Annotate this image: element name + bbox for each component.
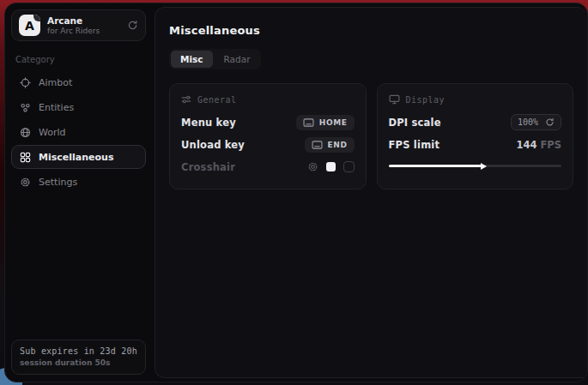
fps-number: 144 [516, 139, 536, 151]
main-content: Miscellaneous Misc Radar General Menu ke… [155, 7, 587, 378]
fps-unit: FPS [540, 139, 561, 151]
grid-icon [20, 152, 31, 163]
app-name: Arcane [47, 15, 100, 26]
menu-keybind-value: HOME [319, 118, 348, 127]
unload-key-row: Unload key END [181, 135, 355, 154]
menu-key-label: Menu key [181, 117, 236, 129]
tab-misc[interactable]: Misc [171, 51, 213, 68]
sidebar-item-label: Settings [39, 177, 77, 188]
unload-keybind-value: END [328, 141, 348, 149]
dpi-scale-row: DPI scale 100% [389, 112, 562, 132]
sidebar: A Arcane for Arc Riders Category Aim [5, 3, 151, 382]
crosshair-color-swatch[interactable] [326, 162, 336, 171]
session-duration-text: session duration 50s [20, 358, 137, 367]
fps-limit-row: FPS limit 144 FPS [389, 135, 562, 154]
crosshair-label: Crosshair [181, 161, 235, 173]
fps-limit-value: 144 FPS [516, 139, 561, 151]
fps-limit-slider[interactable] [389, 165, 562, 167]
crosshair-row: Crosshair [181, 157, 355, 177]
app-logo: A [19, 15, 40, 36]
subscription-card: Sub expires in 23d 20h session duration … [11, 340, 146, 375]
sidebar-item-aimbot[interactable]: Aimbot [11, 70, 146, 94]
fps-limit-label: FPS limit [389, 139, 440, 151]
logo-letter: A [25, 19, 34, 33]
sidebar-item-world[interactable]: World [11, 120, 146, 144]
logo-notch [33, 15, 40, 21]
sidebar-item-label: Aimbot [39, 77, 72, 88]
fps-slider-fill [389, 165, 484, 167]
unload-key-label: Unload key [181, 139, 245, 151]
menu-key-row: Menu key HOME [181, 112, 355, 132]
brand-text: Arcane for Arc Riders [47, 15, 100, 35]
gear-icon [20, 177, 31, 188]
tab-radar[interactable]: Radar [215, 51, 260, 68]
sidebar-item-label: Entities [39, 102, 74, 113]
fps-slider-thumb[interactable] [481, 163, 487, 170]
dpi-scale-badge[interactable]: 100% [511, 114, 561, 130]
brand-card: A Arcane for Arc Riders [11, 9, 146, 41]
general-panel: General Menu key HOME Unload key [169, 83, 367, 189]
crosshair-checkbox[interactable] [343, 161, 355, 172]
globe-icon [20, 127, 31, 138]
dpi-scale-value: 100% [518, 117, 538, 127]
sub-expiry-text: Sub expires in 23d 20h [20, 346, 137, 356]
page-title: Miscellaneous [169, 24, 573, 37]
crosshair-settings-gear-icon[interactable] [307, 161, 318, 172]
cheat-window: A Arcane for Arc Riders Category Aim [4, 3, 588, 382]
display-panel-header: Display [389, 94, 562, 105]
dpi-scale-label: DPI scale [389, 117, 441, 129]
app-subtitle: for Arc Riders [47, 27, 100, 35]
general-panel-header: General [181, 94, 355, 105]
tab-bar: Misc Radar [169, 49, 261, 69]
monitor-icon [389, 94, 400, 105]
crosshair-controls [307, 161, 355, 172]
unload-keybind-button[interactable]: END [305, 137, 355, 153]
general-panel-title: General [197, 95, 237, 105]
reset-icon[interactable] [545, 117, 555, 127]
sidebar-item-label: World [39, 127, 66, 138]
display-panel: Display DPI scale 100% FPS limit [377, 83, 574, 189]
category-label: Category [15, 55, 142, 64]
keyboard-icon [312, 141, 323, 149]
panels-grid: General Menu key HOME Unload key [169, 83, 573, 189]
sidebar-item-label: Miscellaneous [39, 152, 113, 163]
menu-keybind-button[interactable]: HOME [296, 115, 355, 130]
sidebar-item-entities[interactable]: Entities [11, 95, 146, 119]
category-nav: Aimbot Entities World [11, 70, 146, 194]
sidebar-item-miscellaneous[interactable]: Miscellaneous [11, 145, 146, 169]
crosshair-icon [20, 77, 31, 88]
refresh-icon[interactable] [127, 20, 138, 31]
entities-icon [20, 102, 31, 113]
sidebar-item-settings[interactable]: Settings [11, 170, 146, 194]
sliders-icon [181, 94, 191, 105]
keyboard-icon [303, 118, 314, 127]
display-panel-title: Display [406, 95, 446, 105]
